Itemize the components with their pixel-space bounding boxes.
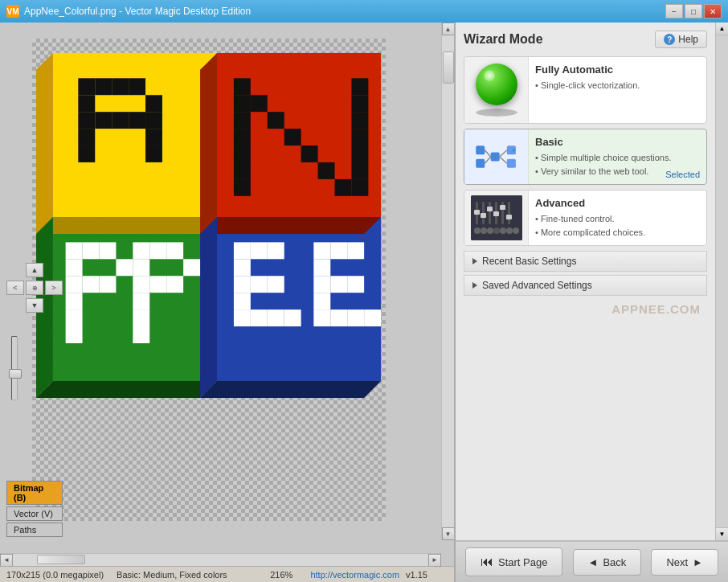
svg-marker-12 — [200, 381, 381, 398]
svg-rect-38 — [351, 129, 368, 146]
scroll-thumb[interactable] — [443, 51, 454, 84]
fully-automatic-card[interactable]: Fully Automatic • Single-click vectoriza… — [464, 56, 707, 124]
start-page-button[interactable]: ⏮ Start Page — [465, 547, 562, 576]
window-title: AppNee_Colorful.png - Vector Magic Deskt… — [24, 6, 251, 17]
h-scroll-track[interactable] — [13, 554, 428, 566]
right-scroll-down[interactable]: ▼ — [716, 527, 728, 540]
basic-icon-container — [464, 129, 529, 184]
h-scroll-thumb[interactable] — [37, 555, 85, 564]
svg-rect-35 — [351, 112, 368, 129]
version-label: v1.15 — [406, 570, 427, 580]
scroll-right-button[interactable]: ► — [428, 554, 441, 567]
svg-rect-54 — [83, 276, 100, 293]
paths-tab[interactable]: Paths — [6, 523, 63, 537]
right-panel: Wizard Mode ? Help Fully — [455, 23, 728, 582]
svg-point-119 — [487, 227, 493, 234]
svg-rect-96 — [490, 152, 499, 161]
advanced-text: Advanced • Fine-tuned control. • More co… — [529, 191, 706, 245]
back-button[interactable]: ◄ Back — [573, 549, 642, 576]
pan-left-button[interactable]: < — [6, 281, 24, 295]
right-panel-scrollbar[interactable]: ▲ ▼ — [715, 23, 728, 540]
vector-tab[interactable]: Vector (V) — [6, 506, 63, 521]
svg-rect-61 — [166, 242, 183, 259]
svg-marker-8 — [200, 217, 381, 234]
right-scroll-track[interactable] — [716, 35, 728, 527]
zoom-track[interactable] — [11, 336, 18, 400]
svg-rect-33 — [234, 112, 251, 129]
svg-rect-46 — [335, 179, 352, 196]
maximize-button[interactable]: □ — [685, 4, 702, 18]
svg-rect-106 — [474, 210, 480, 215]
back-arrow-icon: ◄ — [588, 556, 599, 568]
svg-rect-81 — [284, 309, 301, 326]
svg-rect-89 — [313, 293, 330, 309]
zoom-handle[interactable] — [9, 369, 22, 379]
svg-point-118 — [481, 227, 487, 234]
pan-center-button[interactable]: ⊕ — [26, 281, 43, 295]
watermark: APPNEE.COM — [464, 299, 707, 319]
advanced-card[interactable]: Advanced • Fine-tuned control. • More co… — [464, 190, 707, 246]
horizontal-scrollbar[interactable]: ◄ ► — [0, 553, 441, 566]
scroll-track[interactable] — [442, 35, 454, 527]
zoom-level: 216% — [270, 570, 292, 580]
svg-rect-41 — [351, 146, 368, 162]
advanced-mixing-icon — [471, 195, 522, 240]
pan-down-button[interactable]: ▼ — [26, 298, 43, 313]
help-icon: ? — [664, 34, 675, 45]
scroll-down-button[interactable]: ▼ — [442, 527, 455, 540]
fully-automatic-icon — [464, 57, 529, 123]
svg-rect-114 — [500, 205, 505, 210]
svg-marker-10 — [36, 381, 217, 398]
pan-right-button[interactable]: > — [45, 281, 63, 295]
main-container: ▲ < ⊕ > ▼ ▲ — [0, 23, 728, 582]
svg-rect-15 — [112, 78, 129, 95]
next-button[interactable]: Next ► — [651, 549, 718, 576]
svg-rect-84 — [347, 242, 364, 259]
vertical-scrollbar[interactable]: ▲ ▼ — [441, 23, 454, 540]
svg-rect-91 — [330, 309, 347, 326]
svg-rect-71 — [251, 242, 268, 259]
right-content: Wizard Mode ? Help Fully — [456, 23, 728, 540]
svg-point-121 — [500, 227, 506, 234]
close-button[interactable]: ✕ — [704, 4, 722, 18]
basic-vectorize-icon — [474, 138, 519, 175]
bitmap-tab[interactable]: Bitmap (B) — [6, 481, 63, 505]
svg-rect-24 — [78, 129, 95, 146]
svg-rect-32 — [351, 95, 368, 112]
svg-rect-34 — [268, 112, 284, 129]
svg-rect-62 — [133, 259, 149, 276]
minimize-button[interactable]: − — [665, 4, 683, 18]
website-link[interactable]: http://vectormagic.com — [310, 570, 399, 580]
start-page-icon: ⏮ — [481, 555, 493, 569]
recent-basic-settings-button[interactable]: Recent Basic Settings — [464, 251, 707, 272]
svg-rect-59 — [133, 242, 149, 259]
svg-rect-28 — [234, 78, 251, 95]
svg-rect-65 — [149, 276, 166, 293]
advanced-title: Advanced — [535, 197, 700, 209]
svg-rect-18 — [145, 95, 162, 112]
right-scroll-up[interactable]: ▲ — [716, 23, 728, 35]
scroll-up-button[interactable]: ▲ — [442, 23, 455, 35]
pan-up-button[interactable]: ▲ — [26, 263, 43, 277]
svg-rect-56 — [66, 293, 83, 309]
svg-rect-55 — [99, 276, 116, 293]
help-button[interactable]: ? Help — [655, 31, 707, 48]
svg-rect-70 — [234, 242, 251, 259]
saved-advanced-settings-button[interactable]: Saved Advanced Settings — [464, 275, 707, 296]
basic-card[interactable]: Basic • Simple multiple choice questions… — [464, 129, 707, 185]
svg-rect-29 — [351, 78, 368, 95]
svg-rect-82 — [313, 242, 330, 259]
svg-marker-7 — [200, 53, 217, 234]
svg-rect-20 — [95, 112, 112, 129]
svg-line-100 — [485, 157, 490, 163]
svg-rect-30 — [234, 95, 251, 112]
canvas-area[interactable]: ▲ < ⊕ > ▼ ▲ — [0, 23, 454, 553]
svg-rect-27 — [145, 146, 162, 162]
svg-rect-1 — [53, 53, 217, 217]
svg-rect-19 — [78, 112, 95, 129]
advanced-desc2: • More complicated choices. — [535, 226, 700, 240]
svg-rect-31 — [251, 95, 268, 112]
wizard-title: Wizard Mode — [464, 32, 543, 47]
svg-rect-68 — [133, 309, 149, 326]
scroll-left-button[interactable]: ◄ — [0, 554, 13, 567]
